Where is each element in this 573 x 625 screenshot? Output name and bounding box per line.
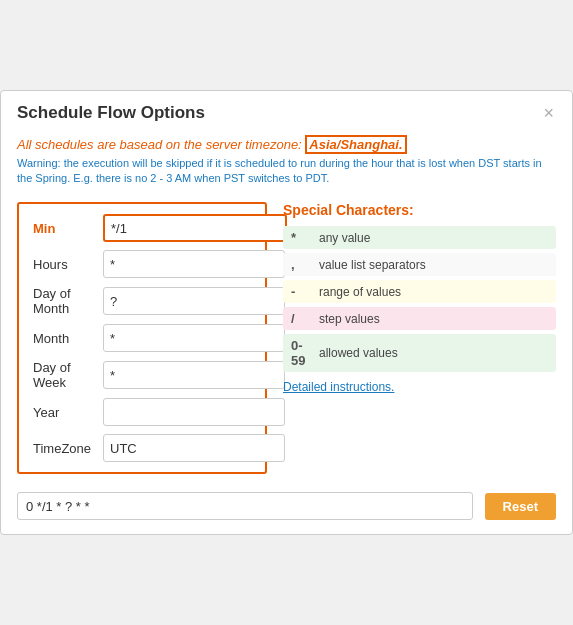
timezone-notice: All schedules are basead on the server t… bbox=[1, 133, 572, 193]
reset-button[interactable]: Reset bbox=[485, 493, 556, 520]
special-symbol: , bbox=[291, 257, 311, 272]
special-symbol: - bbox=[291, 284, 311, 299]
cron-value-text: 0 */1 * ? * * bbox=[26, 499, 90, 514]
field-label-dom: Day ofMonth bbox=[33, 286, 103, 316]
special-symbol: 0-59 bbox=[291, 338, 311, 368]
special-item: /step values bbox=[283, 307, 556, 330]
field-label-timezone: TimeZone bbox=[33, 441, 103, 456]
field-label-year: Year bbox=[33, 405, 103, 420]
field-row-dow: Day ofWeek bbox=[33, 360, 251, 390]
field-row-dom: Day ofMonth bbox=[33, 286, 251, 316]
field-row-month: Month bbox=[33, 324, 251, 352]
cron-expression-display: 0 */1 * ? * * bbox=[17, 492, 473, 520]
field-label-hours: Hours bbox=[33, 257, 103, 272]
field-label-dow: Day ofWeek bbox=[33, 360, 103, 390]
fields-panel: MinHoursDay ofMonthMonthDay ofWeekYearTi… bbox=[17, 202, 267, 474]
special-description: any value bbox=[319, 231, 370, 245]
special-description: allowed values bbox=[319, 346, 398, 360]
timezone-value: Asia/Shanghai. bbox=[305, 135, 406, 154]
timezone-notice-text: All schedules are basead on the server t… bbox=[17, 137, 302, 152]
dialog-title: Schedule Flow Options bbox=[17, 103, 205, 123]
field-input-dom[interactable] bbox=[103, 287, 285, 315]
warning-line: Warning: the execution will be skipped i… bbox=[17, 156, 556, 187]
special-symbol: * bbox=[291, 230, 311, 245]
detailed-instructions-link[interactable]: Detailed instructions. bbox=[283, 380, 556, 394]
field-label-month: Month bbox=[33, 331, 103, 346]
main-content: MinHoursDay ofMonthMonthDay ofWeekYearTi… bbox=[1, 192, 572, 484]
special-panel: Special Characters: *any value,value lis… bbox=[283, 202, 556, 474]
special-item: ,value list separators bbox=[283, 253, 556, 276]
special-description: step values bbox=[319, 312, 380, 326]
timezone-line: All schedules are basead on the server t… bbox=[17, 137, 556, 152]
field-label-min: Min bbox=[33, 221, 103, 236]
field-input-dow[interactable] bbox=[103, 361, 285, 389]
field-row-min: Min bbox=[33, 214, 251, 242]
special-item: *any value bbox=[283, 226, 556, 249]
footer: 0 */1 * ? * * Reset bbox=[1, 484, 572, 534]
special-item: 0-59allowed values bbox=[283, 334, 556, 372]
field-row-timezone: TimeZone bbox=[33, 434, 251, 462]
special-description: value list separators bbox=[319, 258, 426, 272]
field-input-year[interactable] bbox=[103, 398, 285, 426]
special-item: -range of values bbox=[283, 280, 556, 303]
field-row-hours: Hours bbox=[33, 250, 251, 278]
field-input-timezone[interactable] bbox=[103, 434, 285, 462]
field-input-hours[interactable] bbox=[103, 250, 285, 278]
dialog-header: Schedule Flow Options × bbox=[1, 91, 572, 133]
field-input-min[interactable] bbox=[103, 214, 287, 242]
field-input-month[interactable] bbox=[103, 324, 285, 352]
special-description: range of values bbox=[319, 285, 401, 299]
schedule-flow-dialog: Schedule Flow Options × All schedules ar… bbox=[0, 90, 573, 536]
close-button[interactable]: × bbox=[541, 104, 556, 122]
special-symbol: / bbox=[291, 311, 311, 326]
special-chars-title: Special Characters: bbox=[283, 202, 556, 218]
field-row-year: Year bbox=[33, 398, 251, 426]
